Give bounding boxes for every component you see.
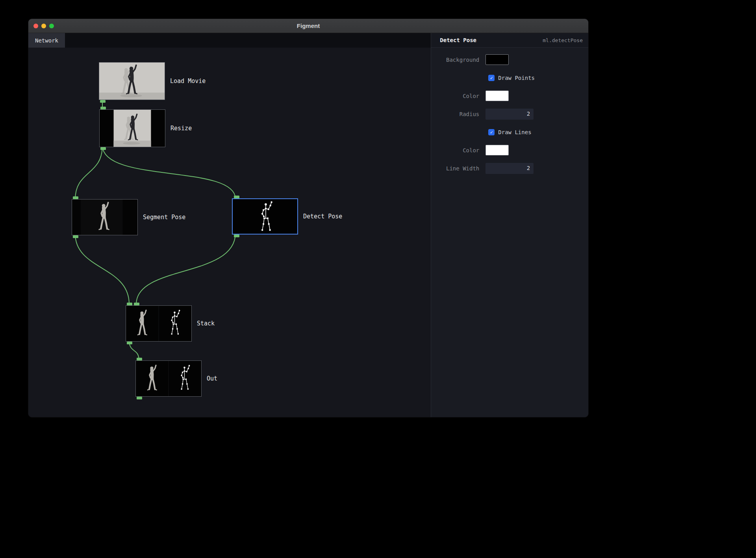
node-canvas[interactable]: Load Movie [28, 48, 431, 418]
draw-lines-row: ✓ Draw Lines [431, 127, 588, 137]
node-label: Stack [197, 320, 215, 327]
lines-color-row: Color [431, 145, 588, 155]
line-width-row: Line Width 2 [431, 163, 588, 174]
check-icon: ✓ [490, 130, 493, 135]
node-detect-pose[interactable]: Detect Pose [232, 198, 342, 235]
node-thumbnail[interactable] [99, 109, 165, 147]
inspector-header: Detect Pose ml.detectPose [431, 33, 588, 48]
node-thumbnail[interactable] [126, 305, 192, 342]
minimize-button[interactable] [41, 24, 46, 28]
radius-input[interactable]: 2 [485, 109, 534, 120]
radius-label: Radius [431, 111, 479, 117]
wire-detectpose-stack[interactable] [136, 233, 235, 304]
wire-segmentpose-stack[interactable] [75, 234, 129, 304]
radius-row: Radius 2 [431, 109, 588, 119]
desktop: Figment Network [0, 0, 756, 558]
output-port[interactable] [137, 397, 142, 399]
points-color-swatch[interactable] [485, 91, 509, 101]
node-segment-pose[interactable]: Segment Pose [72, 199, 185, 235]
app-window: Figment Network [28, 18, 589, 418]
lines-color-label: Color [431, 147, 479, 153]
points-color-row: Color [431, 91, 588, 101]
line-width-input[interactable]: 2 [485, 163, 534, 174]
node-thumbnail[interactable] [72, 199, 138, 235]
background-color-swatch[interactable] [485, 54, 509, 65]
points-color-label: Color [431, 93, 479, 99]
close-button[interactable] [33, 24, 38, 28]
node-out[interactable]: Out [135, 360, 217, 397]
input-port[interactable] [134, 303, 139, 305]
background-label: Background [431, 57, 479, 63]
window-title: Figment [297, 22, 320, 29]
draw-points-label: Draw Points [498, 75, 535, 81]
line-width-label: Line Width [431, 165, 479, 172]
inspector-panel: Detect Pose ml.detectPose Background ✓ D… [431, 33, 588, 418]
output-port[interactable] [127, 342, 132, 344]
draw-lines-checkbox[interactable]: ✓ [488, 129, 495, 135]
node-label: Out [207, 375, 217, 382]
draw-lines-label: Draw Lines [498, 129, 531, 135]
node-label: Resize [170, 125, 192, 132]
output-port[interactable] [234, 235, 239, 237]
draw-points-row: ✓ Draw Points [431, 72, 588, 83]
node-resize[interactable]: Resize [99, 109, 192, 147]
node-label: Detect Pose [303, 213, 342, 220]
zoom-button[interactable] [49, 24, 54, 28]
traffic-lights [33, 19, 54, 33]
output-port[interactable] [100, 100, 106, 103]
input-port[interactable] [234, 196, 239, 198]
input-port[interactable] [100, 107, 106, 109]
inspector-node-type: ml.detectPose [543, 37, 583, 43]
node-thumbnail[interactable] [232, 198, 298, 235]
check-icon: ✓ [490, 76, 493, 80]
node-label: Load Movie [170, 78, 206, 85]
draw-points-checkbox[interactable]: ✓ [488, 75, 495, 81]
input-port[interactable] [127, 303, 132, 305]
wire-resize-segmentpose[interactable] [75, 146, 102, 200]
tab-bar: Network [28, 33, 431, 48]
node-label: Segment Pose [143, 214, 185, 221]
node-thumbnail[interactable] [99, 62, 165, 100]
input-port[interactable] [137, 358, 142, 360]
node-stack[interactable]: Stack [126, 305, 215, 342]
background-row: Background [431, 54, 588, 65]
node-load-movie[interactable]: Load Movie [99, 62, 206, 100]
lines-color-swatch[interactable] [485, 145, 509, 155]
wire-resize-detectpose[interactable] [102, 146, 235, 199]
output-port[interactable] [100, 147, 106, 150]
inspector-title: Detect Pose [440, 37, 476, 43]
input-port[interactable] [73, 196, 78, 199]
tab-network[interactable]: Network [28, 33, 65, 48]
output-port[interactable] [73, 235, 78, 238]
titlebar[interactable]: Figment [28, 19, 588, 33]
node-thumbnail[interactable] [135, 360, 202, 397]
